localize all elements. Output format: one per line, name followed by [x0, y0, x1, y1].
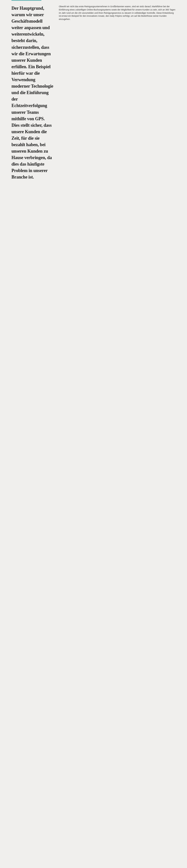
main-content-area: Der Hauptgrund, warum wir unser Geschäft…: [0, 0, 187, 190]
left-column: Der Hauptgrund, warum wir unser Geschäft…: [11, 5, 54, 181]
right-column: Obwohl wir nicht das erste Reinigungsunt…: [59, 5, 176, 21]
top-border-accent: [11, 0, 42, 1]
page-container: Der Hauptgrund, warum wir unser Geschäft…: [0, 0, 187, 868]
side-body-text: Obwohl wir nicht das erste Reinigungsunt…: [59, 5, 176, 21]
main-body-text: Der Hauptgrund, warum wir unser Geschäft…: [11, 5, 54, 181]
